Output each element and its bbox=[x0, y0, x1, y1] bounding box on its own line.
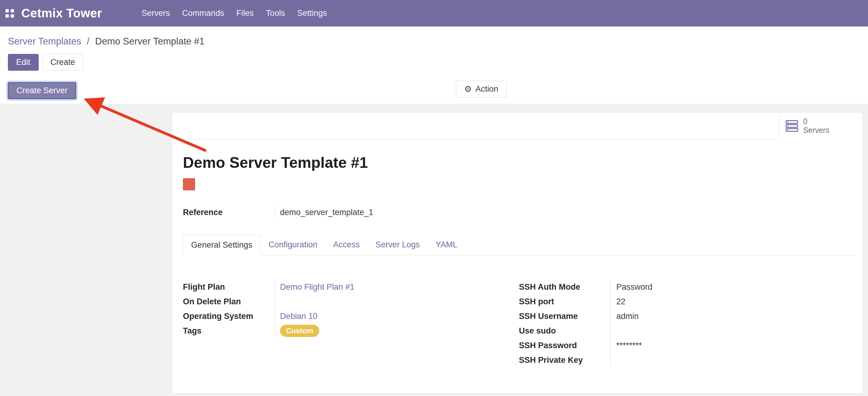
action-button-label: Action bbox=[475, 84, 498, 94]
field-row: Tags Custom bbox=[183, 323, 519, 338]
ssh-private-key-label: SSH Private Key bbox=[519, 356, 610, 365]
ssh-auth-mode-value: Password bbox=[610, 280, 823, 294]
form-sheet: 0 Servers Demo Server Template #1 Refere… bbox=[172, 112, 863, 394]
ssh-username-label: SSH Username bbox=[519, 312, 610, 321]
operating-system-link[interactable]: Debian 10 bbox=[280, 312, 317, 321]
tab-yaml[interactable]: YAML bbox=[428, 235, 465, 255]
field-row: Use sudo bbox=[519, 323, 823, 338]
page-title: Demo Server Template #1 bbox=[183, 154, 862, 171]
tab-configuration[interactable]: Configuration bbox=[260, 235, 326, 255]
servers-stat-button[interactable]: 0 Servers bbox=[779, 112, 862, 139]
create-server-button[interactable]: Create Server bbox=[8, 82, 76, 99]
ssh-port-value: 22 bbox=[610, 294, 823, 309]
field-row: Flight Plan Demo Flight Plan #1 bbox=[183, 280, 519, 294]
edit-button[interactable]: Edit bbox=[8, 54, 39, 71]
field-row: SSH Private Key bbox=[519, 353, 823, 367]
apps-grid-icon[interactable] bbox=[5, 9, 14, 18]
control-panel-buttons: Edit Create bbox=[8, 54, 860, 71]
brand-title: Cetmix Tower bbox=[21, 6, 102, 20]
right-field-group: SSH Auth Mode Password SSH port 22 SSH U… bbox=[519, 280, 823, 367]
on-delete-plan-label: On Delete Plan bbox=[183, 297, 275, 306]
content-area: 0 Servers Demo Server Template #1 Refere… bbox=[0, 104, 868, 396]
tab-bar: General Settings Configuration Access Se… bbox=[183, 235, 856, 255]
field-row: SSH Auth Mode Password bbox=[519, 280, 823, 294]
create-button[interactable]: Create bbox=[42, 54, 83, 71]
ssh-private-key-value bbox=[610, 353, 823, 367]
stat-text: 0 Servers bbox=[803, 117, 829, 135]
secondary-button-row: Create Server bbox=[0, 76, 868, 104]
flight-plan-label: Flight Plan bbox=[183, 282, 275, 292]
operating-system-label: Operating System bbox=[183, 312, 275, 321]
field-row: On Delete Plan bbox=[183, 294, 519, 309]
breadcrumb: Server Templates / Demo Server Template … bbox=[8, 36, 860, 47]
on-delete-plan-value bbox=[275, 294, 519, 309]
menu-files[interactable]: Files bbox=[230, 0, 259, 27]
tag-custom[interactable]: Custom bbox=[280, 325, 319, 337]
servers-icon bbox=[785, 119, 798, 132]
tab-server-logs[interactable]: Server Logs bbox=[368, 235, 428, 255]
use-sudo-value bbox=[610, 323, 823, 338]
ssh-password-label: SSH Password bbox=[519, 341, 610, 350]
tab-general-settings[interactable]: General Settings bbox=[183, 235, 260, 255]
ssh-username-value: admin bbox=[610, 309, 823, 323]
flight-plan-link[interactable]: Demo Flight Plan #1 bbox=[280, 282, 354, 292]
notebook-tabs: General Settings Configuration Access Se… bbox=[183, 235, 862, 255]
menu-servers[interactable]: Servers bbox=[135, 0, 176, 27]
top-navbar: Cetmix Tower Servers Commands Files Tool… bbox=[0, 0, 868, 27]
breadcrumb-parent-link[interactable]: Server Templates bbox=[8, 36, 81, 47]
field-row: SSH port 22 bbox=[519, 294, 823, 309]
menu-settings[interactable]: Settings bbox=[291, 0, 333, 27]
ssh-password-value: ******** bbox=[610, 338, 823, 353]
servers-label: Servers bbox=[803, 126, 829, 135]
tab-access[interactable]: Access bbox=[326, 235, 368, 255]
gear-icon: ⚙ bbox=[464, 85, 472, 93]
ssh-auth-mode-label: SSH Auth Mode bbox=[519, 282, 610, 292]
stat-button-box: 0 Servers bbox=[172, 112, 862, 139]
field-row: SSH Username admin bbox=[519, 309, 823, 323]
ssh-port-label: SSH port bbox=[519, 297, 610, 306]
control-panel: Server Templates / Demo Server Template … bbox=[0, 27, 868, 76]
breadcrumb-current: Demo Server Template #1 bbox=[95, 36, 205, 47]
menu-tools[interactable]: Tools bbox=[259, 0, 291, 27]
field-groups: Flight Plan Demo Flight Plan #1 On Delet… bbox=[183, 280, 862, 367]
reference-value: demo_server_template_1 bbox=[275, 205, 487, 219]
main-menu: Servers Commands Files Tools Settings bbox=[135, 0, 333, 27]
menu-commands[interactable]: Commands bbox=[176, 0, 230, 27]
field-row: Reference demo_server_template_1 bbox=[183, 205, 487, 220]
reference-label: Reference bbox=[183, 208, 275, 217]
field-row: SSH Password ******** bbox=[519, 338, 823, 353]
reference-field: Reference demo_server_template_1 bbox=[183, 205, 487, 220]
field-row: Operating System Debian 10 bbox=[183, 309, 519, 323]
use-sudo-label: Use sudo bbox=[519, 326, 610, 336]
action-button[interactable]: ⚙ Action bbox=[456, 81, 506, 97]
left-field-group: Flight Plan Demo Flight Plan #1 On Delet… bbox=[183, 280, 519, 367]
breadcrumb-separator: / bbox=[84, 36, 93, 47]
color-swatch[interactable] bbox=[183, 178, 195, 190]
tags-label: Tags bbox=[183, 326, 275, 336]
servers-count: 0 bbox=[803, 117, 829, 126]
